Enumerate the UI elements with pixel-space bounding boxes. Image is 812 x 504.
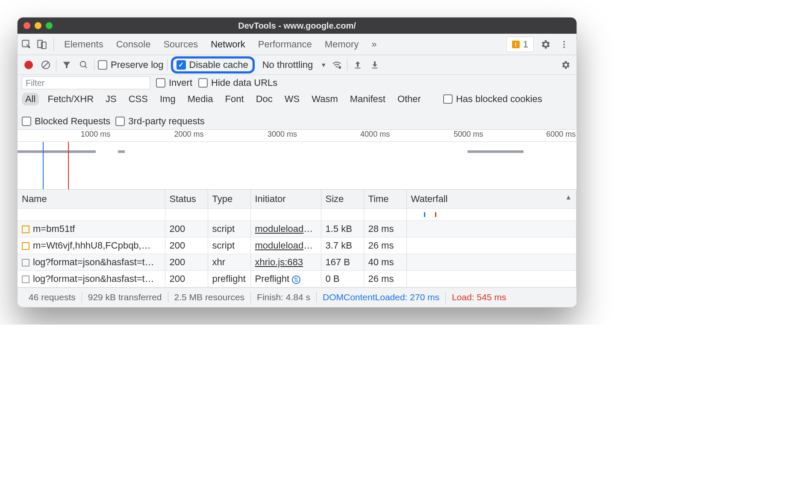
status-load: Load: 545 ms (446, 292, 512, 302)
tab-console[interactable]: Console (110, 34, 157, 55)
third-party-checkbox[interactable]: 3rd-party requests (115, 116, 205, 127)
more-vertical-icon[interactable] (557, 37, 571, 52)
tab-performance[interactable]: Performance (252, 34, 318, 55)
svg-line-9 (85, 66, 87, 68)
cell-time: 28 ms (364, 220, 406, 237)
minimize-window-button[interactable] (35, 22, 41, 29)
status-finish: Finish: 4.84 s (251, 292, 316, 302)
status-domcontentloaded: DOMContentLoaded: 270 ms (317, 292, 445, 302)
type-filter-doc[interactable]: Doc (253, 93, 276, 105)
status-transferred: 929 kB transferred (82, 292, 168, 302)
network-conditions-icon[interactable] (330, 58, 344, 72)
tab-network[interactable]: Network (205, 34, 251, 55)
table-row[interactable]: log?format=json&hasfast=t… 200 xhr xhrio… (18, 254, 577, 270)
table-row[interactable]: log?format=json&hasfast=t… 200 preflight… (18, 270, 577, 287)
col-size-header[interactable]: Size (321, 190, 364, 208)
main-tabstrip: Elements Console Sources Network Perform… (18, 34, 577, 55)
type-filter-img[interactable]: Img (156, 93, 179, 105)
svg-point-4 (563, 44, 565, 45)
tabs-overflow[interactable]: » (365, 34, 382, 55)
filter-input[interactable]: Filter (22, 76, 150, 89)
device-toolbar-icon[interactable] (35, 37, 49, 52)
record-button[interactable] (22, 58, 35, 72)
checkbox-icon (115, 117, 125, 126)
preserve-log-checkbox[interactable]: Preserve log (98, 59, 164, 70)
clear-button[interactable] (39, 58, 53, 72)
cell-size: 3.7 kB (321, 237, 364, 254)
col-status-header[interactable]: Status (165, 190, 208, 208)
network-settings-gear-icon[interactable] (559, 58, 572, 72)
xhr-file-icon (22, 275, 29, 283)
type-filter-css[interactable]: CSS (125, 93, 151, 105)
disable-cache-checkbox[interactable]: Disable cache (177, 59, 248, 70)
close-window-button[interactable] (24, 22, 30, 29)
checkbox-icon (198, 78, 208, 88)
cell-name: log?format=json&hasfast=t… (33, 257, 154, 267)
cell-initiator: Preflight (255, 273, 290, 284)
blocked-requests-checkbox[interactable]: Blocked Requests (22, 116, 110, 127)
table-row[interactable]: m=Wt6vjf,hhhU8,FCpbqb,… 200 script modul… (18, 237, 577, 254)
search-icon[interactable] (77, 58, 91, 72)
col-name-header[interactable]: Name (18, 190, 165, 208)
status-bar: 46 requests 929 kB transferred 2.5 MB re… (18, 287, 577, 307)
cell-type: preflight (208, 270, 250, 287)
cell-initiator[interactable]: moduleloader… (255, 223, 321, 234)
cell-initiator[interactable]: moduleloader… (255, 240, 321, 251)
inspect-element-icon[interactable] (19, 37, 34, 52)
settings-gear-icon[interactable] (538, 37, 553, 52)
window-controls (24, 22, 53, 29)
table-spacer (18, 208, 577, 220)
col-time-header[interactable]: Time (364, 190, 406, 208)
has-blocked-cookies-checkbox[interactable]: Has blocked cookies (443, 94, 542, 105)
invert-checkbox[interactable]: Invert (156, 77, 192, 88)
issues-badge[interactable]: ! 1 (506, 37, 534, 52)
type-filter-fetch-xhr[interactable]: Fetch/XHR (44, 93, 97, 105)
separator (94, 59, 94, 71)
tab-elements[interactable]: Elements (58, 34, 109, 55)
checkbox-icon (156, 78, 165, 88)
status-resources: 2.5 MB resources (168, 292, 251, 302)
svg-point-8 (80, 61, 86, 67)
col-type-header[interactable]: Type (208, 190, 250, 208)
col-initiator-header[interactable]: Initiator (250, 190, 321, 208)
type-filter-other[interactable]: Other (394, 93, 424, 105)
cell-type: xhr (208, 254, 250, 270)
script-file-icon (22, 242, 29, 250)
type-filter-wasm[interactable]: Wasm (308, 93, 341, 105)
cell-size: 167 B (321, 254, 364, 270)
download-har-icon[interactable] (368, 58, 382, 72)
table-header-row: Name Status Type Initiator Size Time Wat… (18, 190, 577, 208)
hide-data-urls-checkbox[interactable]: Hide data URLs (198, 77, 277, 88)
cell-time: 26 ms (364, 237, 406, 254)
col-waterfall-header[interactable]: Waterfall▲ (406, 190, 577, 208)
type-filter-font[interactable]: Font (222, 93, 247, 105)
warning-icon: ! (512, 41, 520, 48)
upload-har-icon[interactable] (351, 58, 365, 72)
timeline-tick: 3000 ms (268, 130, 297, 139)
cell-initiator[interactable]: xhrio.js:683 (255, 257, 303, 267)
filter-placeholder: Filter (26, 78, 44, 88)
blocked-requests-label: Blocked Requests (35, 116, 110, 127)
tab-sources[interactable]: Sources (157, 34, 204, 55)
checkbox-icon (443, 94, 453, 104)
timeline-overview[interactable]: 1000 ms 2000 ms 3000 ms 4000 ms 5000 ms … (18, 130, 577, 190)
tabstrip-right-cluster: ! 1 (506, 37, 571, 52)
svg-point-5 (563, 46, 565, 48)
svg-rect-11 (355, 67, 361, 68)
zoom-window-button[interactable] (46, 22, 53, 29)
timeline-tick: 1000 ms (81, 130, 110, 139)
filter-toggle-icon[interactable] (60, 58, 74, 72)
type-filter-all[interactable]: All (22, 93, 39, 105)
throttling-dropdown[interactable]: No throttling ▼ (258, 59, 327, 70)
checkbox-icon (22, 117, 31, 126)
type-filter-manifest[interactable]: Manifest (347, 93, 389, 105)
svg-point-10 (338, 66, 341, 69)
cell-status: 200 (165, 220, 208, 237)
table-row[interactable]: m=bm51tf 200 script moduleloader… 1.5 kB… (18, 220, 577, 237)
tab-memory[interactable]: Memory (319, 34, 365, 55)
type-filter-ws[interactable]: WS (281, 93, 303, 105)
xhr-file-icon (22, 259, 29, 267)
type-filter-media[interactable]: Media (184, 93, 217, 105)
cell-status: 200 (165, 254, 208, 270)
type-filter-js[interactable]: JS (102, 93, 120, 105)
